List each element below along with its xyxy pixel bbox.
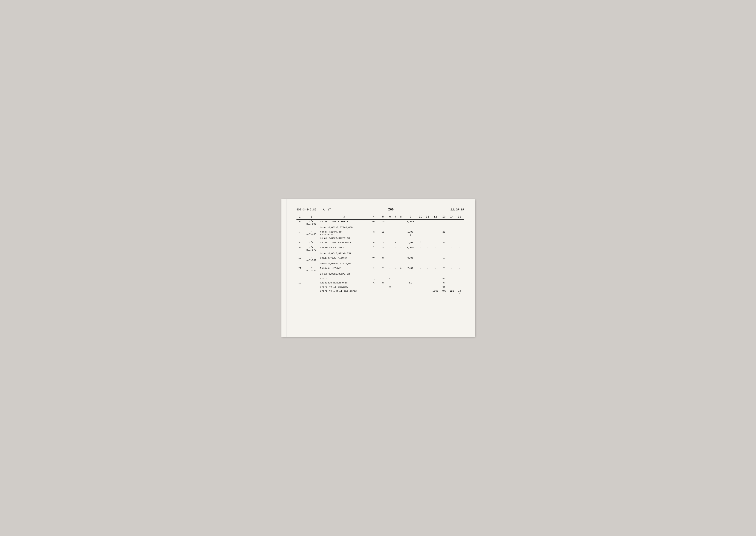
row-price: 0,088 (404, 219, 417, 226)
row-price: I,02 (404, 266, 417, 272)
row-c8: - (398, 230, 403, 236)
doc-code: 22165-05 (451, 208, 464, 211)
row-c12: - (431, 241, 439, 244)
row-desc: Плановые накопления (319, 281, 369, 285)
row-qty: II (379, 230, 387, 236)
row-c6: - (387, 219, 393, 226)
row-unit: " (369, 246, 379, 252)
row-c8: - (398, 241, 403, 244)
row-desc: То же, типа НЛП0-П2УЗ (319, 241, 369, 244)
row-c7: а (393, 241, 398, 244)
price-text: Цена: 0,95хI,072=I,02 (319, 272, 464, 277)
row-c6: - (387, 256, 393, 262)
row-c12: - (431, 266, 439, 272)
row-c8: - (398, 219, 403, 226)
row-ref: -"-п.I-695 (303, 219, 320, 226)
row-ref: -"-п.I-724 (303, 266, 320, 272)
row-desc: То же, типа КII60УЗ (319, 219, 369, 226)
price-text: Цена: 0,082хI,072=0,088 (319, 226, 464, 230)
row-ref: -"-п.I-468 (303, 230, 320, 236)
table-row: IO -"-п.I-852 Соединитель КI68УЗ шт 8 - … (296, 256, 464, 262)
row-c12: - (431, 246, 439, 252)
row-c13: I (440, 246, 448, 252)
col-header-14: I4 (448, 214, 455, 219)
row-c8: - (398, 256, 403, 262)
itogo-section2-label: Итого по II разделу (319, 285, 369, 289)
row-c13: I (440, 266, 448, 272)
row-c12: - (431, 256, 439, 262)
col-header-9: 9 (404, 214, 417, 219)
price-text: Цена: 0,056хI,072=0,06· (319, 262, 464, 266)
row-qty: I (379, 266, 387, 272)
row-c15: - (455, 230, 464, 236)
row-c15: - (455, 241, 464, 244)
col-header-6: 6 (387, 214, 393, 219)
left-border (286, 199, 286, 337)
row-c6: - (387, 246, 393, 252)
col-header-10: IO (417, 214, 424, 219)
row-c15: - (455, 266, 464, 272)
column-headers: I 2 3 4 5 6 7 8 9 IO II I2 I3 I4 I5 (296, 214, 464, 219)
row-unit: м (369, 230, 379, 236)
row-c6: - (387, 266, 393, 272)
row-unit: шт (369, 256, 379, 262)
row-c11: - (424, 241, 431, 244)
price-row: Цена: I,85хI,072=I,98 (296, 236, 464, 241)
row-desc: Соединитель КI68УЗ (319, 256, 369, 262)
row-c6: - (387, 241, 393, 244)
col-header-3: 3 (319, 214, 369, 219)
col-header-8: 8 (398, 214, 403, 219)
row-price: 0,06 (404, 256, 417, 262)
document-page: 407-3-445.87 Ал.УП I60 22165-05 I 2 3 4 … (281, 199, 475, 337)
table-row: 8 -"- То же, типа НЛП0-П2УЗ м 2 - а - I,… (296, 241, 464, 244)
col-header-1: I (296, 214, 303, 219)
page-header: 407-3-445.87 Ал.УП I60 22165-05 (296, 208, 464, 211)
row-num: IO (296, 256, 303, 262)
col-header-15: I5 (455, 214, 464, 219)
row-c14: - (448, 241, 455, 244)
row-c7: - (393, 256, 398, 262)
row-c8: а (398, 266, 403, 272)
row-desc: Подвеска КII65УЗ (319, 246, 369, 252)
row-c7: - (393, 246, 398, 252)
row-desc: Профиль К236У2 (319, 266, 369, 272)
row-c15: - (455, 256, 464, 262)
itogo-label: Итого (319, 277, 369, 281)
row-c10: - (417, 230, 424, 236)
itogo-total-label: Итого по I и II раз-делам (319, 289, 369, 296)
row-c7: - (393, 230, 398, 236)
price-text: Цена: I,85хI,072=I,98 (319, 236, 464, 241)
page-number: I60 (388, 208, 394, 211)
row-c14: - (448, 230, 455, 236)
row-price: I,98) (404, 230, 417, 236)
itogo-section2-row: Итого по II разделу - - с -' - - - - - 6… (296, 285, 464, 289)
row-c10: " (417, 241, 424, 244)
row-c10: - (417, 256, 424, 262)
row-c11: - (424, 266, 431, 272)
row-c15: - (455, 219, 464, 226)
row-num: 6 (296, 219, 303, 226)
row-c11: - (424, 219, 431, 226)
row-c13: 4 (440, 241, 448, 244)
row-c7: - (393, 219, 398, 226)
col-header-2: 2 (303, 214, 320, 219)
price-text: Цена: 0,05хI,072=0,054 (319, 252, 464, 256)
row-qty: II (379, 246, 387, 252)
row-num: I2 (296, 281, 303, 285)
row-num: 9 (296, 246, 303, 252)
row-c8: - (398, 246, 403, 252)
row-price: I,98 (404, 241, 417, 244)
itogo-row: Итого -, . р- - - - - - - 6I - - (296, 277, 464, 281)
row-c10: - (417, 266, 424, 272)
col-header-5: 5 (379, 214, 387, 219)
row-c14: - (448, 246, 455, 252)
col-header-12: I2 (431, 214, 439, 219)
row-c13: I (440, 219, 448, 226)
doc-number: 407-3-445.87 (296, 208, 317, 211)
header-left: 407-3-445.87 Ал.УП (296, 208, 331, 211)
left-border2 (287, 199, 287, 337)
row-ref: -"-п.I-852 (303, 256, 320, 262)
price-row: Цена: 0,082хI,072=0,088 (296, 226, 464, 230)
table-row: 7 -"-п.I-468 Лоток кабельнийНЛ2О-П2УЗ м … (296, 230, 464, 236)
price-row: Цена: 0,05хI,072=0,054 (296, 252, 464, 256)
